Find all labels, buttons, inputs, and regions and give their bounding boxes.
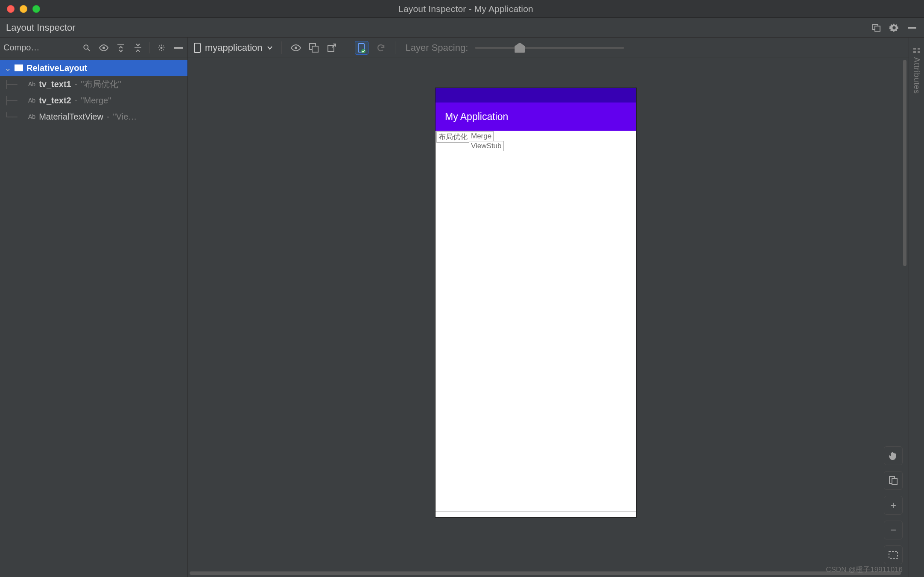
canvas-zoom-controls: + − xyxy=(884,446,903,564)
tree-row[interactable]: ├──Abtv_text1 - "布局优化" xyxy=(0,76,187,92)
attributes-grip-icon xyxy=(913,48,920,53)
text-view-kind-icon: Ab xyxy=(28,81,35,88)
toolwindow-title: Layout Inspector xyxy=(6,22,76,33)
svg-rect-20 xyxy=(913,48,916,50)
tree-node-name: tv_text2 xyxy=(39,96,71,105)
attributes-panel-collapsed[interactable]: Attributes xyxy=(909,38,924,577)
component-tree-label: Compo… xyxy=(3,43,75,53)
tree-value-separator: - xyxy=(75,79,78,89)
phone-appbar: My Application xyxy=(436,103,636,131)
layer-spacing-slider[interactable] xyxy=(475,41,624,54)
svg-rect-2 xyxy=(908,27,916,29)
pan-mode-button[interactable] xyxy=(884,446,903,465)
component-tree-panel: Compo… ⌄RelativeLayout├──Abtv_text1 - "布… xyxy=(0,38,188,577)
svg-point-3 xyxy=(84,45,88,49)
tree-guide: └── xyxy=(4,112,25,121)
phone-app-title: My Application xyxy=(445,111,508,123)
text-view-kind-icon: Ab xyxy=(28,113,35,120)
svg-rect-10 xyxy=(194,43,200,53)
refresh-icon[interactable] xyxy=(375,42,386,53)
tree-value-separator: - xyxy=(107,112,110,122)
toolbar-separator xyxy=(395,41,395,54)
overlay-icon[interactable] xyxy=(308,42,319,53)
toolbar-separator xyxy=(281,41,282,54)
tree-row[interactable]: ⌄RelativeLayout xyxy=(0,60,187,76)
phone-text-cell: 布局优化 xyxy=(436,131,470,143)
canvas-horizontal-scrollbar[interactable] xyxy=(190,571,901,575)
rotate-3d-button[interactable] xyxy=(884,471,903,490)
svg-line-4 xyxy=(88,49,90,51)
tree-guide: ├── xyxy=(4,80,25,89)
tree-node-name: tv_text1 xyxy=(39,79,71,89)
collapse-all-icon[interactable] xyxy=(132,42,143,53)
attributes-tab-label[interactable]: Attributes xyxy=(912,57,921,94)
layout-icon xyxy=(15,64,23,71)
window-maximize-button[interactable] xyxy=(32,5,40,13)
tree-settings-gear-icon[interactable] xyxy=(156,42,167,53)
svg-rect-21 xyxy=(918,48,920,50)
toolbar-separator xyxy=(149,42,150,53)
device-preview[interactable]: My Application 布局优化 Merge ViewStub xyxy=(436,88,636,517)
toolwindow-header: Layout Inspector xyxy=(0,18,924,38)
tree-expand-icon[interactable]: ⌄ xyxy=(4,63,11,73)
svg-rect-22 xyxy=(913,51,916,53)
device-process-selector[interactable]: myapplication xyxy=(194,42,273,53)
chevron-down-icon xyxy=(267,46,273,50)
svg-rect-1 xyxy=(875,26,880,31)
canvas-viewport[interactable]: My Application 布局优化 Merge ViewStub xyxy=(188,58,909,577)
search-icon[interactable] xyxy=(81,42,92,53)
component-tree-toolbar: Compo… xyxy=(0,38,187,58)
slider-thumb[interactable] xyxy=(515,43,525,53)
device-process-name: myapplication xyxy=(205,42,263,53)
phone-icon xyxy=(194,43,201,53)
screenshot-mode-toggle[interactable] xyxy=(355,41,368,55)
tree-node-value: "Merge" xyxy=(81,96,111,105)
svg-rect-19 xyxy=(889,551,898,558)
toolbar-separator xyxy=(346,41,346,54)
layer-spacing-label: Layer Spacing: xyxy=(406,42,468,53)
live-updates-icon[interactable] xyxy=(290,42,301,53)
phone-text-cell: ViewStub xyxy=(469,141,504,151)
window-minimize-button[interactable] xyxy=(20,5,27,13)
window-traffic-lights xyxy=(7,5,40,13)
svg-point-8 xyxy=(161,47,163,49)
canvas-toolbar: myapplication Layer Spacing: xyxy=(188,38,909,58)
hide-panel-button[interactable] xyxy=(906,22,918,34)
workspace: Compo… ⌄RelativeLayout├──Abtv_text1 - "布… xyxy=(0,38,924,577)
watermark-text: CSDN @橙子19911016 xyxy=(826,565,903,574)
text-view-kind-icon: Ab xyxy=(28,97,35,104)
svg-point-5 xyxy=(102,47,105,49)
zoom-out-button[interactable]: − xyxy=(884,521,903,539)
phone-statusbar xyxy=(436,88,636,103)
tree-row[interactable]: └──AbMaterialTextView - "Vie… xyxy=(0,108,187,125)
svg-rect-18 xyxy=(892,478,897,484)
svg-rect-9 xyxy=(174,47,183,49)
canvas-vertical-scrollbar[interactable] xyxy=(903,60,907,575)
svg-point-11 xyxy=(295,47,297,49)
scrollbar-thumb[interactable] xyxy=(190,571,901,575)
tree-value-separator: - xyxy=(75,96,78,105)
filter-visibility-icon[interactable] xyxy=(98,42,109,53)
settings-gear-icon[interactable] xyxy=(888,22,900,34)
tree-node-value: "Vie… xyxy=(113,112,137,122)
window-titlebar: Layout Inspector - My Application xyxy=(0,0,924,18)
phone-navbar xyxy=(436,511,636,517)
export-icon[interactable] xyxy=(326,42,337,53)
window-close-button[interactable] xyxy=(7,5,15,13)
zoom-in-button[interactable]: + xyxy=(884,496,903,515)
tree-row[interactable]: ├──Abtv_text2 - "Merge" xyxy=(0,92,187,108)
svg-point-16 xyxy=(361,49,366,53)
tree-hide-icon[interactable] xyxy=(173,42,184,53)
tree-node-name: RelativeLayout xyxy=(26,63,87,73)
scrollbar-thumb[interactable] xyxy=(903,60,906,266)
tree-guide: ├── xyxy=(4,96,25,105)
restore-layout-button[interactable] xyxy=(870,22,882,34)
phone-text-cell: Merge xyxy=(469,131,494,141)
zoom-fit-button[interactable] xyxy=(884,545,903,564)
tree-node-value: "布局优化" xyxy=(81,79,121,90)
window-title: Layout Inspector - My Application xyxy=(40,4,892,14)
tree-node-name: MaterialTextView xyxy=(39,112,103,122)
component-tree[interactable]: ⌄RelativeLayout├──Abtv_text1 - "布局优化"├──… xyxy=(0,58,187,577)
expand-all-icon[interactable] xyxy=(115,42,126,53)
svg-rect-13 xyxy=(312,46,318,52)
